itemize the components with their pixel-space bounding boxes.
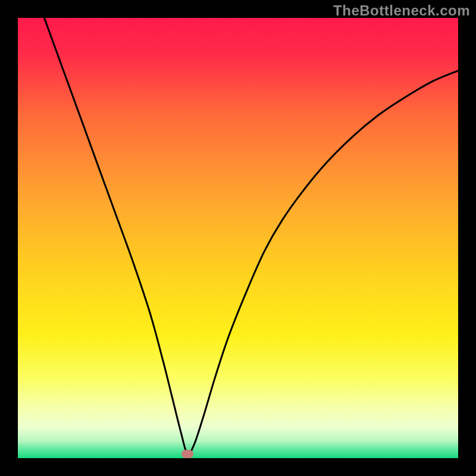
optimum-marker	[181, 450, 193, 458]
plot-area	[18, 18, 458, 458]
chart-root: TheBottleneck.com	[0, 0, 476, 476]
watermark-text: TheBottleneck.com	[333, 2, 470, 19]
curve-svg	[18, 18, 458, 458]
bottleneck-curve-path	[44, 18, 458, 454]
